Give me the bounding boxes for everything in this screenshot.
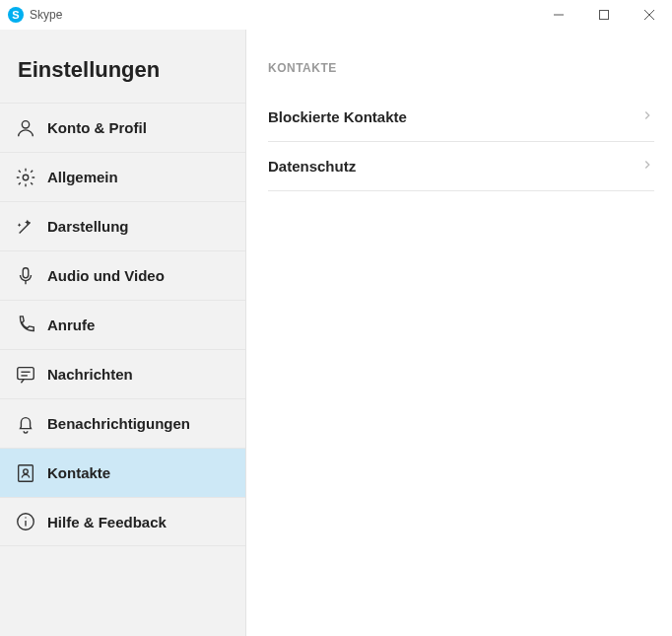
svg-point-12: [24, 468, 29, 473]
settings-heading: Einstellungen: [0, 30, 245, 103]
chat-icon: [14, 363, 37, 387]
bell-icon: [14, 412, 37, 436]
sidebar-item-appearance[interactable]: Darstellung: [0, 201, 245, 250]
contacts-icon: [14, 461, 37, 485]
row-blocked-contacts[interactable]: Blockierte Kontakte: [268, 93, 654, 142]
window-controls: [536, 0, 672, 30]
svg-rect-1: [600, 11, 609, 20]
skype-logo-icon: S: [8, 7, 24, 23]
sidebar-item-label: Audio und Video: [47, 267, 165, 284]
sidebar-item-label: Anrufe: [47, 317, 95, 333]
sidebar-item-help[interactable]: Hilfe & Feedback: [0, 497, 245, 546]
sidebar-item-messages[interactable]: Nachrichten: [0, 349, 245, 398]
svg-point-5: [23, 175, 29, 180]
titlebar: S Skype: [0, 0, 672, 30]
svg-rect-6: [23, 267, 29, 277]
gear-icon: [14, 166, 37, 189]
sidebar-item-audio-video[interactable]: Audio und Video: [0, 250, 245, 300]
sidebar-item-account[interactable]: Konto & Profil: [0, 103, 245, 152]
sidebar-item-label: Darstellung: [47, 218, 129, 235]
sidebar-item-calls[interactable]: Anrufe: [0, 300, 245, 349]
sidebar-item-label: Konto & Profil: [47, 119, 147, 136]
sidebar-item-contacts[interactable]: Kontakte: [0, 448, 245, 497]
close-button[interactable]: [627, 0, 672, 30]
sidebar-item-notifications[interactable]: Benachrichtigungen: [0, 398, 245, 448]
row-label: Datenschutz: [268, 158, 356, 175]
row-label: Blockierte Kontakte: [268, 108, 407, 125]
chevron-right-icon: [640, 158, 654, 176]
svg-point-15: [25, 517, 26, 518]
sidebar-item-label: Hilfe & Feedback: [47, 514, 167, 530]
sidebar-item-label: Benachrichtigungen: [47, 415, 190, 432]
settings-sidebar: Einstellungen Konto & Profil Allgemein D…: [0, 30, 246, 636]
sidebar-item-general[interactable]: Allgemein: [0, 152, 245, 201]
maximize-button[interactable]: [581, 0, 627, 30]
chevron-right-icon: [640, 108, 654, 126]
info-icon: [14, 510, 37, 533]
sidebar-item-label: Allgemein: [47, 169, 118, 185]
wand-icon: [14, 215, 37, 239]
svg-rect-8: [18, 367, 34, 379]
svg-point-4: [22, 120, 29, 127]
row-privacy[interactable]: Datenschutz: [268, 142, 654, 191]
settings-panel: KONTAKTE Blockierte Kontakte Datenschutz: [246, 30, 672, 636]
microphone-icon: [14, 264, 37, 288]
sidebar-item-label: Kontakte: [47, 464, 110, 481]
minimize-button[interactable]: [536, 0, 581, 30]
window-title: Skype: [30, 8, 62, 22]
person-icon: [14, 116, 37, 140]
phone-icon: [14, 314, 37, 337]
sidebar-item-label: Nachrichten: [47, 366, 133, 383]
section-title: KONTAKTE: [268, 61, 654, 75]
